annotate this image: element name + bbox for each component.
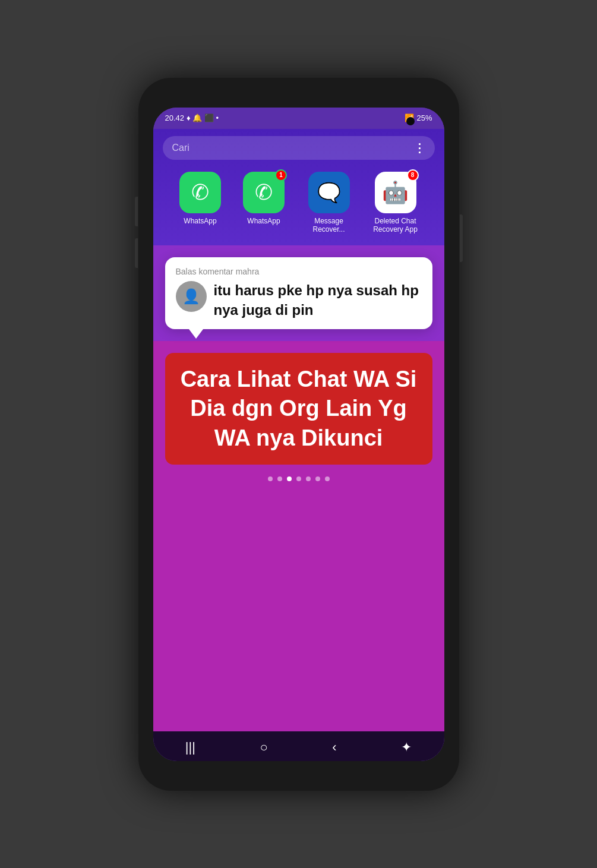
app-drawer: Cari ⋮ ✆ WhatsApp ✆ (153, 129, 444, 246)
app-item-whatsapp1[interactable]: ✆ WhatsApp (179, 172, 221, 234)
comment-area: Balas komentar mahra 👤 itu harus pke hp … (153, 245, 444, 341)
battery-display: 25% (416, 113, 432, 122)
comment-reply-label: Balas komentar mahra (176, 267, 422, 276)
menu-dots-icon[interactable]: ⋮ (413, 141, 425, 155)
message-label: Message Recover... (307, 217, 351, 234)
comment-bubble: Balas komentar mahra 👤 itu harus pke hp … (165, 257, 432, 329)
dot-5 (306, 476, 311, 481)
whatsapp1-label: WhatsApp (184, 217, 216, 225)
message-icon-wrapper[interactable]: 🗨️ (308, 172, 350, 213)
whatsapp1-icon: ✆ (191, 180, 209, 205)
status-bar: 20.42 ♦ 🔔 ⬛ • 📶 25% (153, 108, 444, 129)
deleted-icon-wrapper[interactable]: 🤖 8 (375, 172, 416, 213)
whatsapp2-icon: ✆ (255, 180, 273, 205)
red-banner: Cara Lihat Chat WA Si Dia dgn Org Lain Y… (165, 353, 432, 465)
camera-hole (406, 117, 415, 125)
status-icons: ♦ 🔔 ⬛ • (187, 113, 219, 122)
search-placeholder: Cari (172, 143, 189, 153)
deleted-label: Deleted Chat Recovery App (373, 217, 418, 234)
app-item-message[interactable]: 🗨️ Message Recover... (307, 172, 351, 234)
comment-content: 👤 itu harus pke hp nya susah hp nya juga… (176, 281, 422, 320)
android-icon: 🤖 (382, 180, 409, 205)
recent-apps-button[interactable]: ||| (185, 740, 195, 755)
app-icons-row: ✆ WhatsApp ✆ 1 WhatsApp (163, 172, 435, 234)
home-button[interactable]: ○ (260, 740, 267, 755)
volume-down-button[interactable] (135, 238, 138, 268)
comment-text: itu harus pke hp nya susah hp nya juga d… (214, 281, 422, 320)
phone-device: 20.42 ♦ 🔔 ⬛ • 📶 25% Cari ⋮ (138, 78, 459, 791)
message-recover-icon: 🗨️ (317, 181, 341, 204)
whatsapp1-icon-wrapper[interactable]: ✆ (179, 172, 221, 213)
deleted-badge: 8 (407, 169, 419, 181)
whatsapp2-badge: 1 (275, 169, 287, 181)
dot-7 (325, 476, 330, 481)
search-bar[interactable]: Cari ⋮ (163, 136, 435, 160)
commenter-avatar: 👤 (176, 281, 207, 312)
page-dots (268, 476, 330, 481)
dot-4 (296, 476, 301, 481)
volume-up-button[interactable] (135, 197, 138, 226)
whatsapp2-label: WhatsApp (247, 217, 280, 225)
time-display: 20.42 (165, 113, 185, 122)
bottom-navigation: ||| ○ ‹ ✦ (153, 731, 444, 761)
app-item-whatsapp2[interactable]: ✆ 1 WhatsApp (243, 172, 285, 234)
avatar-image: 👤 (182, 288, 200, 305)
app-item-deleted[interactable]: 🤖 8 Deleted Chat Recovery App (373, 172, 418, 234)
status-time: 20.42 ♦ 🔔 ⬛ • (165, 113, 219, 122)
dot-2 (277, 476, 282, 481)
purple-lower-section: Cara Lihat Chat WA Si Dia dgn Org Lain Y… (153, 341, 444, 731)
accessibility-button[interactable]: ✦ (401, 740, 412, 755)
dot-3-active (287, 476, 292, 481)
dot-6 (315, 476, 320, 481)
whatsapp2-icon-wrapper[interactable]: ✆ 1 (243, 172, 285, 213)
banner-text: Cara Lihat Chat WA Si Dia dgn Org Lain Y… (179, 365, 418, 453)
phone-screen: 20.42 ♦ 🔔 ⬛ • 📶 25% Cari ⋮ (153, 108, 444, 761)
dot-1 (268, 476, 273, 481)
power-button[interactable] (460, 214, 463, 262)
back-button[interactable]: ‹ (332, 740, 336, 755)
